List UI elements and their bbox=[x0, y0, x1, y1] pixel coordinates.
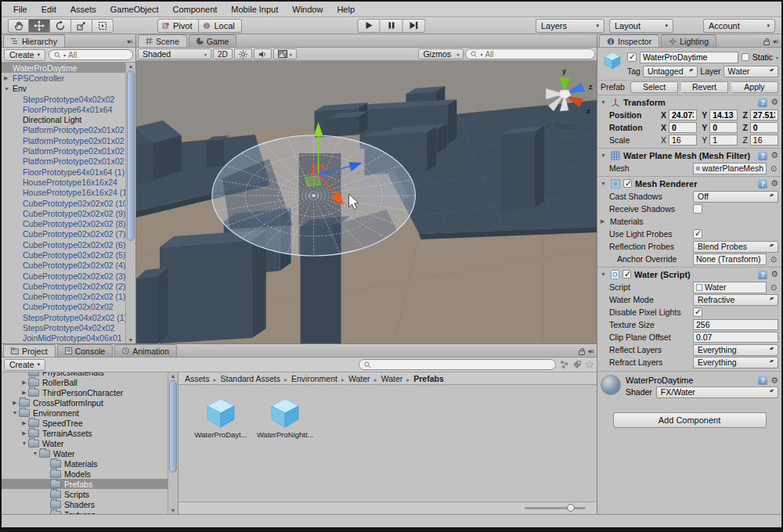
hierarchy-item[interactable]: StepsPrototype04x02x02 bbox=[2, 322, 135, 332]
reflect-layers-dropdown[interactable]: Everything bbox=[693, 344, 778, 356]
hierarchy-item[interactable]: FloorPrototype64x01x64 bbox=[2, 104, 135, 114]
tree-item[interactable]: ▼Water bbox=[2, 438, 178, 448]
hierarchy-item[interactable]: PlatformPrototype02x01x02 bbox=[2, 146, 135, 156]
prefab-apply-button[interactable]: Apply bbox=[731, 81, 778, 93]
cast-shadows-dropdown[interactable]: Off bbox=[693, 191, 778, 203]
project-create-button[interactable]: Create▾ bbox=[4, 359, 45, 371]
hierarchy-item[interactable]: CubePrototype02x02x02 (5) bbox=[2, 250, 135, 260]
tab-game[interactable]: Game bbox=[189, 34, 237, 47]
hierarchy-item[interactable]: HousePrototype16x16x24 (1) bbox=[2, 188, 135, 198]
rect-tool-button[interactable] bbox=[92, 19, 114, 33]
pause-button[interactable] bbox=[381, 19, 403, 33]
tab-lighting[interactable]: Lighting bbox=[661, 34, 716, 47]
tab-hierarchy[interactable]: Hierarchy bbox=[3, 34, 65, 47]
menu-component[interactable]: Component bbox=[165, 3, 224, 16]
materials-row[interactable]: ▶ Materials bbox=[597, 215, 781, 228]
help-icon[interactable] bbox=[758, 151, 767, 160]
tree-item[interactable]: ▶RollerBall bbox=[2, 377, 178, 387]
tree-item[interactable]: Textures bbox=[2, 509, 178, 514]
account-dropdown[interactable]: Account▾ bbox=[703, 19, 775, 33]
scene-audio-toggle[interactable] bbox=[254, 49, 272, 59]
layout-dropdown[interactable]: Layout▾ bbox=[609, 19, 673, 33]
move-tool-button[interactable] bbox=[29, 19, 50, 33]
hierarchy-item[interactable]: CubePrototype02x02x02 (3) bbox=[2, 271, 135, 281]
gizmos-dropdown[interactable]: Gizmos▾ bbox=[418, 49, 464, 59]
hierarchy-item[interactable]: PlatformPrototype02x01x02 bbox=[2, 125, 135, 135]
menu-mobile-input[interactable]: Mobile Input bbox=[224, 3, 285, 16]
chevron-down-icon[interactable]: ▾ bbox=[776, 55, 778, 60]
hierarchy-item[interactable]: JoinMidPrototype04x06x01 bbox=[2, 333, 135, 343]
tab-animation[interactable]: Animation bbox=[114, 344, 177, 357]
layers-dropdown[interactable]: Layers▾ bbox=[536, 19, 604, 33]
hierarchy-item[interactable]: PlatformPrototype02x01x02 bbox=[2, 156, 135, 167]
scroll-down-icon[interactable]: ▼ bbox=[126, 337, 135, 343]
gameobject-name-field[interactable] bbox=[640, 52, 738, 63]
scale-x-field[interactable] bbox=[669, 135, 697, 146]
position-y-field[interactable] bbox=[709, 110, 738, 120]
search-by-type-icon[interactable] bbox=[559, 360, 569, 369]
hierarchy-item[interactable]: ▼Env bbox=[2, 84, 135, 94]
scene-search-input[interactable] bbox=[485, 50, 590, 59]
tree-item[interactable]: ▶TerrainAssets bbox=[2, 428, 178, 438]
project-search[interactable] bbox=[359, 359, 556, 370]
thumbnail-zoom-slider[interactable] bbox=[525, 507, 586, 509]
search-by-label-icon[interactable] bbox=[572, 360, 582, 369]
menu-assets[interactable]: Assets bbox=[63, 3, 103, 16]
material-preview-sphere[interactable] bbox=[601, 375, 621, 395]
hierarchy-item[interactable]: CubePrototype02x02x02 (8) bbox=[2, 218, 135, 228]
layer-dropdown[interactable]: Water bbox=[723, 66, 778, 77]
shading-mode-dropdown[interactable]: Shaded▾ bbox=[138, 49, 211, 59]
tree-item[interactable]: Models bbox=[2, 469, 178, 479]
hierarchy-item[interactable]: CubePrototype02x02x02 bbox=[2, 302, 135, 312]
tree-item[interactable]: Scripts bbox=[2, 489, 178, 499]
menu-edit[interactable]: Edit bbox=[34, 3, 63, 16]
foldout-icon[interactable]: ▶ bbox=[601, 218, 608, 225]
hierarchy-create-button[interactable]: Create▾ bbox=[4, 49, 45, 61]
scene-effects-dropdown[interactable]: ▾ bbox=[273, 49, 297, 59]
texture-size-field[interactable] bbox=[693, 319, 778, 330]
pivot-toggle-button[interactable]: Pivot bbox=[157, 19, 199, 33]
pane-menu-icon[interactable]: ▾≡ bbox=[773, 38, 778, 45]
mesh-filter-header[interactable]: ▼ Water Plane Mesh (Mesh Filter) bbox=[597, 148, 781, 162]
pane-menu-icon[interactable]: ▾≡ bbox=[127, 38, 132, 45]
object-picker-icon[interactable]: ⊙ bbox=[769, 283, 778, 292]
scroll-up-icon[interactable]: ▲ bbox=[168, 373, 178, 379]
mesh-renderer-header[interactable]: ▼ Mesh Renderer bbox=[597, 176, 781, 190]
component-enabled-checkbox[interactable] bbox=[622, 270, 631, 279]
tree-item[interactable]: ▶CrossPlatformInput bbox=[2, 397, 178, 408]
receive-shadows-checkbox[interactable] bbox=[693, 204, 702, 214]
project-tree-scrollbar[interactable]: ▲ ▼ bbox=[168, 372, 178, 514]
anchor-override-field[interactable]: None (Transform) bbox=[693, 253, 767, 265]
tab-scene[interactable]: Scene bbox=[138, 34, 187, 47]
menu-help[interactable]: Help bbox=[330, 3, 362, 16]
tree-item[interactable]: ▼Water bbox=[2, 448, 178, 458]
hierarchy-item[interactable]: CubePrototype02x02x02 (10) bbox=[2, 198, 135, 208]
gear-icon[interactable] bbox=[770, 376, 778, 385]
hierarchy-item[interactable]: FloorPrototype64x01x64 (1) bbox=[2, 167, 135, 177]
rotation-x-field[interactable] bbox=[669, 122, 697, 133]
rotation-z-field[interactable] bbox=[750, 122, 778, 133]
tree-item[interactable]: Materials bbox=[2, 458, 178, 469]
scale-y-field[interactable] bbox=[709, 135, 738, 146]
foldout-icon[interactable]: ▼ bbox=[601, 271, 608, 277]
breadcrumb-standard-assets[interactable]: Standard Assets bbox=[221, 374, 291, 383]
scale-tool-button[interactable] bbox=[71, 19, 92, 33]
hierarchy-item[interactable]: HousePrototype16x16x24 bbox=[2, 177, 135, 187]
hierarchy-item[interactable]: CubePrototype02x02x02 (2) bbox=[2, 281, 135, 291]
hierarchy-item[interactable]: PlatformPrototype02x01x02 bbox=[2, 135, 135, 146]
scrollbar-thumb[interactable] bbox=[169, 380, 177, 473]
hierarchy-search[interactable]: ▾ bbox=[49, 49, 133, 60]
prefab-select-button[interactable]: Select bbox=[630, 81, 678, 93]
active-checkbox[interactable] bbox=[627, 52, 637, 62]
foldout-icon[interactable]: ▼ bbox=[601, 99, 608, 105]
rotation-y-field[interactable] bbox=[709, 122, 738, 133]
water-mode-dropdown[interactable]: Refractive bbox=[693, 294, 778, 306]
project-search-input[interactable] bbox=[373, 361, 550, 369]
reflection-probes-dropdown[interactable]: Blend Probes bbox=[693, 241, 778, 253]
tab-inspector[interactable]: Inspector bbox=[599, 34, 659, 47]
2d-toggle-button[interactable]: 2D bbox=[213, 49, 233, 59]
breadcrumb-water2[interactable]: Water bbox=[381, 374, 414, 383]
script-object-field[interactable]: Water bbox=[693, 282, 767, 293]
refract-layers-dropdown[interactable]: Everything bbox=[693, 357, 778, 368]
foldout-icon[interactable]: ▼ bbox=[601, 181, 608, 186]
